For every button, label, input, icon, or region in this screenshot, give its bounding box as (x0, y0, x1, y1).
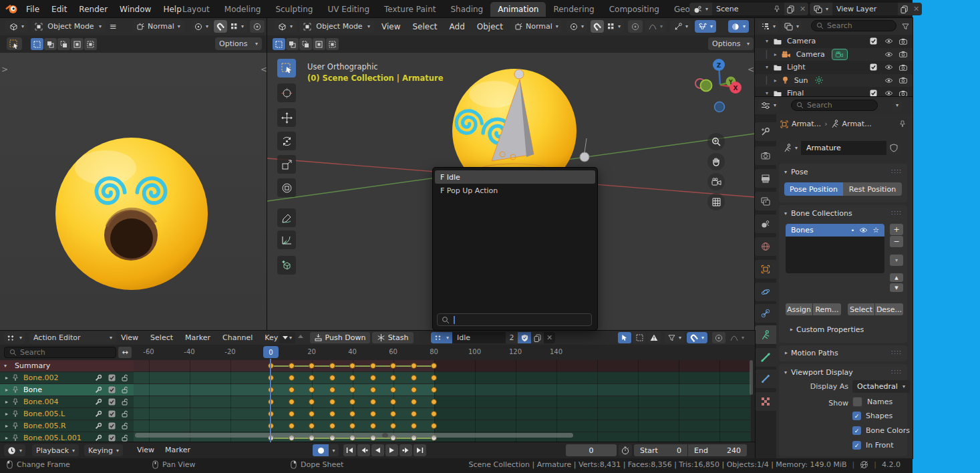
show-gizmo-dropdown[interactable]: ▾ (671, 20, 691, 33)
keyframe-summary-f10[interactable] (289, 363, 295, 369)
keyframe-bone.005.l-f20[interactable] (309, 411, 315, 417)
move-collection-down-button[interactable]: ▼ (890, 283, 903, 292)
keyframe-bone.004-f80[interactable] (431, 399, 437, 405)
keyframe-summary-f50[interactable] (370, 363, 376, 369)
menu-view[interactable]: View (115, 331, 144, 345)
tab-physics-icon[interactable] (755, 283, 776, 301)
move-collection-up-button[interactable]: ▲ (890, 273, 903, 282)
view-layer-name-field[interactable]: View Layer (832, 3, 898, 15)
disable-render-icon[interactable] (899, 51, 913, 57)
tab-sculpting[interactable]: Sculpting (268, 2, 320, 17)
orthographic-toggle-icon[interactable] (707, 193, 725, 210)
keyframe-bone.005.l-f30[interactable] (329, 411, 335, 417)
select-mode-extend[interactable] (286, 38, 299, 50)
visibility-eye-icon[interactable] (859, 227, 868, 233)
unlink-action-button[interactable]: ✕ (544, 332, 555, 343)
editor-type-3d-icon[interactable]: ▾ (5, 20, 28, 33)
keyframe-bone.005.r-f60[interactable] (390, 423, 396, 429)
tab-world-icon[interactable] (755, 237, 776, 256)
modifier-wrench-icon[interactable] (95, 398, 108, 406)
proportional-edit-icon[interactable] (250, 20, 265, 33)
snap-options-dropdown[interactable]: ▾ (604, 20, 624, 33)
only-selected-icon[interactable] (618, 332, 631, 343)
auto-keying-options-dropdown[interactable]: ▾ (329, 444, 339, 456)
keyframe-bone-f50[interactable] (370, 387, 376, 393)
keyframe-summary-f80[interactable] (431, 363, 437, 369)
stash-button[interactable]: Stash (372, 332, 414, 343)
expand-icon[interactable]: ▸ (5, 435, 8, 441)
keyframe-bone.005.r-f70[interactable] (411, 423, 417, 429)
collection-checkbox[interactable] (870, 90, 884, 97)
outliner-row-light[interactable]: ▾Light (755, 61, 913, 73)
modifier-wrench-icon[interactable] (95, 410, 108, 418)
snap-options-dropdown[interactable]: ▾ (227, 20, 247, 33)
new-action-button[interactable] (531, 332, 544, 343)
pin-icon[interactable] (12, 374, 19, 381)
pose-panel-header[interactable]: ▾Pose (784, 168, 808, 176)
bone-collection-item-bones[interactable]: Bones • ☆ (786, 224, 884, 236)
proportional-edit-icon[interactable] (628, 20, 643, 33)
keyframe-bone-f10[interactable] (289, 387, 295, 393)
properties-search-input[interactable]: Search (791, 100, 878, 111)
keyframe-summary-f30[interactable] (329, 363, 335, 369)
jump-to-end-button[interactable] (414, 444, 426, 456)
options-dropdown[interactable]: Options▾ (215, 37, 262, 50)
select-mode-invert[interactable] (313, 38, 325, 50)
channel-bone.005.l[interactable]: ▸Bone.005.L (0, 408, 134, 420)
lock-open-icon[interactable] (122, 422, 134, 430)
keyframe-bone.005.r-f20[interactable] (309, 423, 315, 429)
pin-icon[interactable] (12, 422, 19, 430)
collapse-icon[interactable]: ▾ (766, 38, 768, 44)
pin-icon[interactable] (12, 410, 19, 418)
tab-constraints-icon[interactable] (755, 304, 776, 323)
tool-cursor[interactable] (277, 84, 296, 102)
channel-name[interactable]: Bone (23, 385, 42, 394)
channel-enable-checkbox[interactable] (108, 410, 122, 418)
tab-bone-icon[interactable] (755, 348, 776, 367)
falloff-dropdown[interactable]: ▾ (727, 332, 748, 343)
action-users-count[interactable]: 2 (506, 332, 518, 343)
sidebar-collapse-icon[interactable]: < (261, 65, 267, 74)
select-mode-extend[interactable] (44, 38, 57, 50)
keyframe-bone.005.r-f80[interactable] (431, 423, 437, 429)
keyframe-bone.005.r-f10[interactable] (289, 423, 295, 429)
mode-dropdown[interactable]: Object Mode▾ (31, 20, 106, 33)
keyframe-bone.004-f50[interactable] (370, 399, 376, 405)
tab-animation[interactable]: Animation (490, 2, 546, 17)
options-dropdown[interactable]: Options▾ (708, 37, 754, 50)
rest-position-button[interactable]: Rest Position (843, 182, 902, 196)
editor-type-dopesheet-icon[interactable]: ▾ (4, 332, 25, 343)
keyframe-bone.002-f30[interactable] (329, 375, 335, 381)
checkbox-bone-colors[interactable]: ✓ (852, 426, 861, 435)
horizontal-scrollbar[interactable] (135, 433, 573, 438)
sun-data-icon[interactable] (815, 76, 823, 84)
properties-options-dropdown[interactable]: ▾ (892, 100, 902, 111)
scene-name-field[interactable]: Scene (712, 3, 784, 15)
channel-name[interactable]: Summary (15, 361, 50, 370)
checkbox-in-front[interactable]: ✓ (852, 441, 861, 450)
menu-object[interactable]: Object (471, 22, 509, 31)
auto-keying-record-button[interactable] (313, 444, 329, 456)
pin-icon[interactable] (12, 398, 19, 406)
push-down-button[interactable]: Push Down (310, 332, 370, 343)
select-mode-subtract[interactable] (299, 38, 312, 50)
tab-armature-data-icon[interactable] (755, 325, 776, 344)
expand-icon[interactable]: ▸ (5, 375, 8, 381)
dopesheet-mode-dropdown[interactable]: Action Editor▾ (29, 332, 116, 343)
playhead-line[interactable] (270, 359, 271, 442)
keyframe-bone-f20[interactable] (309, 387, 315, 393)
channel-bone.005.r[interactable]: ▸Bone.005.R (0, 420, 134, 432)
navigation-gizmo[interactable]: Z X Y (693, 56, 747, 116)
collapse-icon[interactable]: ▾ (4, 363, 7, 369)
channel-name[interactable]: Bone.005.R (23, 422, 66, 430)
tab-scene-icon[interactable] (755, 214, 776, 233)
outliner-item-label[interactable]: Camera (796, 50, 825, 59)
show-overlays-dropdown[interactable]: ▾ (695, 20, 716, 33)
fake-user-shield-icon[interactable] (886, 142, 901, 154)
editor-type-3d-icon[interactable]: ▾ (274, 20, 297, 33)
tool-select-box[interactable] (277, 59, 296, 77)
panel-drag-handle[interactable]: :::: (891, 368, 902, 375)
tab-uv-editing[interactable]: UV Editing (320, 2, 377, 17)
expand-icon[interactable]: ▸ (5, 411, 8, 417)
channel-bone.005.l.001[interactable]: ▸Bone.005.L.001 (0, 432, 134, 442)
